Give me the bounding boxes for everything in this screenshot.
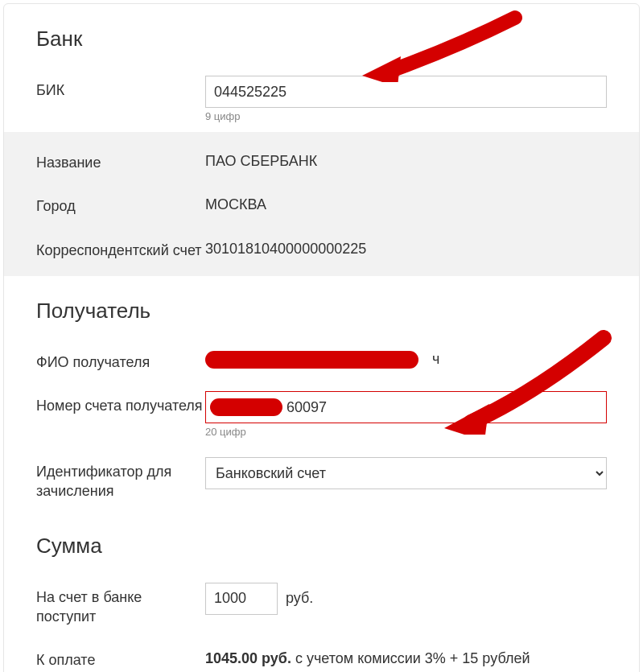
section-title-recipient: Получатель (4, 276, 639, 338)
section-title-bank: Банк (4, 4, 639, 66)
bank-name-label: Название (36, 148, 205, 172)
row-credit: На счет в банке поступит руб. (4, 573, 639, 637)
credit-input[interactable] (205, 583, 278, 615)
bank-city-label: Город (36, 192, 205, 216)
bank-info-block: Название ПАО СБЕРБАНК Город МОСКВА Корре… (4, 132, 639, 276)
ident-label: Идентификатор для зачисления (36, 457, 205, 501)
row-bik: БИК 9 цифр (4, 66, 639, 132)
fio-visible-suffix: ч (432, 351, 439, 368)
section-title-amount: Сумма (4, 511, 639, 573)
credit-label: На счет в банке поступит (36, 583, 205, 627)
row-ident: Идентификатор для зачисления Банковский … (4, 447, 639, 511)
bank-corr-value: 30101810400000000225 (205, 236, 607, 258)
row-fio: ФИО получателя ч (4, 338, 639, 381)
redaction-bar (205, 351, 418, 369)
payment-form: Банк БИК 9 цифр Название ПАО СБЕРБАНК Го… (3, 3, 640, 672)
total-value: 1045.00 руб. (205, 650, 291, 666)
bik-hint: 9 цифр (205, 110, 607, 122)
total-value-line: 1045.00 руб. с учетом комиссии 3% + 15 р… (205, 645, 607, 667)
account-hint: 20 цифр (205, 426, 607, 438)
ident-select[interactable]: Банковский счет (205, 457, 607, 489)
row-account: Номер счета получателя 20 цифр (4, 381, 639, 447)
bik-label: БИК (36, 76, 205, 100)
bik-input[interactable] (205, 76, 607, 108)
row-bank-city: Город МОСКВА (4, 182, 639, 225)
fio-value: ч (205, 348, 607, 372)
account-label: Номер счета получателя (36, 391, 205, 415)
credit-unit: руб. (286, 590, 313, 607)
account-input[interactable] (205, 391, 607, 423)
row-total: К оплате 1045.00 руб. с учетом комиссии … (4, 636, 639, 672)
fio-label: ФИО получателя (36, 348, 205, 372)
row-bank-name: Название ПАО СБЕРБАНК (4, 138, 639, 182)
bank-corr-label: Корреспондентский счет (36, 236, 205, 260)
row-bank-corr: Корреспондентский счет 30101810400000000… (4, 226, 639, 270)
bank-name-value: ПАО СБЕРБАНК (205, 148, 607, 170)
total-label: К оплате (36, 645, 205, 670)
total-suffix: с учетом комиссии 3% + 15 рублей (291, 650, 530, 666)
bank-city-value: МОСКВА (205, 192, 607, 213)
